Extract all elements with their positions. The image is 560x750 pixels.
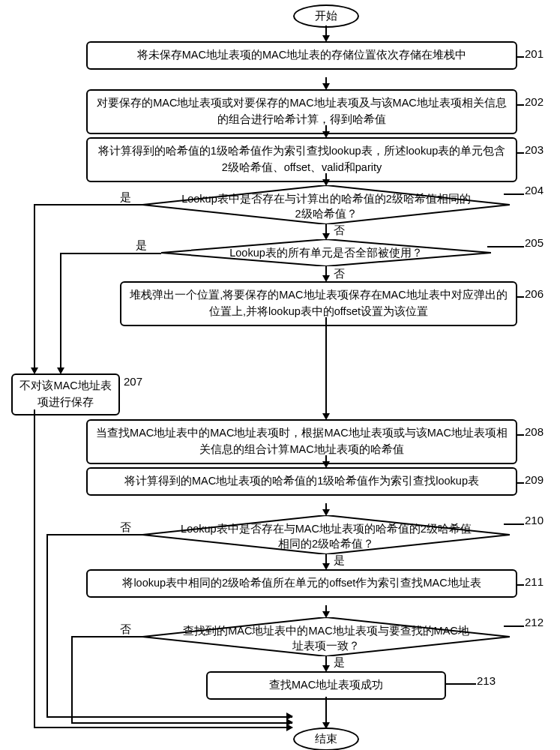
decision-204-text: Lookup表中是否存在与计算出的哈希值的2级哈希值相同的2级哈希值？ — [142, 185, 510, 228]
connector — [46, 534, 142, 536]
label-202: 202 — [525, 95, 544, 108]
arrowhead — [286, 724, 293, 731]
label-205: 205 — [525, 236, 544, 249]
step-203: 将计算得到的哈希值的1级哈希值作为索引查找lookup表，所述lookup表的单… — [86, 137, 517, 182]
step-209: 将计算得到的MAC地址表项的哈希值的1级哈希值作为索引查找lookup表 — [86, 467, 517, 496]
label-204: 204 — [525, 184, 544, 196]
connector — [517, 296, 524, 298]
step-202: 对要保存的MAC地址表项或对要保存的MAC地址表项及与该MAC地址表项相关信息的… — [86, 89, 517, 134]
no-205: 否 — [334, 267, 345, 281]
end-terminal: 结束 — [293, 728, 359, 750]
no-210: 否 — [120, 520, 131, 535]
decision-210: Lookup表中是否存在与MAC地址表项的哈希值的2级哈希值相同的2级哈希值？ — [142, 515, 510, 554]
label-203: 203 — [525, 143, 544, 156]
step-206: 堆栈弹出一个位置,将要保存的MAC地址表项保存在MAC地址表中对应弹出的位置上,… — [120, 281, 517, 326]
connector — [34, 204, 35, 369]
connector — [445, 683, 476, 685]
decision-212: 查找到的MAC地址表中的MAC地址表项与要查找的MAC地址表项一致？ — [142, 617, 510, 656]
decision-205: Lookup表的所有单元是否全部被使用？ — [161, 239, 491, 266]
decision-212-text: 查找到的MAC地址表中的MAC地址表项与要查找的MAC地址表项一致？ — [142, 617, 510, 660]
label-206: 206 — [525, 287, 544, 300]
connector — [517, 482, 524, 484]
step-201: 将未保存MAC地址表项的MAC地址表的存储位置依次存储在堆栈中 — [86, 41, 517, 70]
connector — [34, 727, 292, 728]
label-201: 201 — [525, 47, 544, 60]
connector — [71, 722, 292, 724]
start-terminal: 开始 — [293, 4, 359, 28]
connector — [60, 253, 161, 254]
label-212: 212 — [525, 616, 544, 628]
decision-210-text: Lookup表中是否存在与MAC地址表项的哈希值的2级哈希值相同的2级哈希值？ — [142, 515, 510, 558]
step-208: 当查找MAC地址表中的MAC地址表项时，根据MAC地址表项或与该MAC地址表项相… — [86, 419, 517, 464]
yes-204: 是 — [120, 190, 131, 205]
no-212: 否 — [120, 622, 131, 637]
connector — [34, 204, 142, 206]
connector — [517, 104, 524, 106]
connector — [34, 410, 35, 728]
connector — [60, 253, 61, 369]
label-208: 208 — [525, 425, 544, 438]
label-210: 210 — [525, 514, 544, 526]
decision-205-text: Lookup表的所有单元是否全部被使用？ — [161, 239, 491, 266]
decision-204: Lookup表中是否存在与计算出的哈希值的2级哈希值相同的2级哈希值？ — [142, 185, 510, 224]
connector — [517, 56, 524, 58]
label-207: 207 — [124, 375, 142, 388]
connector — [325, 317, 327, 415]
step-207: 不对该MAC地址表项进行保存 — [11, 374, 120, 416]
connector — [46, 716, 292, 718]
label-211: 211 — [525, 575, 544, 588]
connector — [325, 709, 327, 724]
connector — [487, 246, 524, 248]
yes-205: 是 — [136, 238, 147, 253]
connector — [71, 636, 142, 638]
connector — [71, 636, 73, 724]
label-209: 209 — [525, 473, 544, 486]
step-211: 将lookup表中相同的2级哈希值所在单元的offset作为索引查找MAC地址表 — [86, 569, 517, 598]
connector — [46, 534, 48, 718]
connector — [517, 584, 524, 586]
label-213: 213 — [477, 674, 496, 687]
connector — [517, 434, 524, 436]
step-213: 查找MAC地址表项成功 — [206, 671, 446, 700]
connector — [517, 152, 524, 154]
